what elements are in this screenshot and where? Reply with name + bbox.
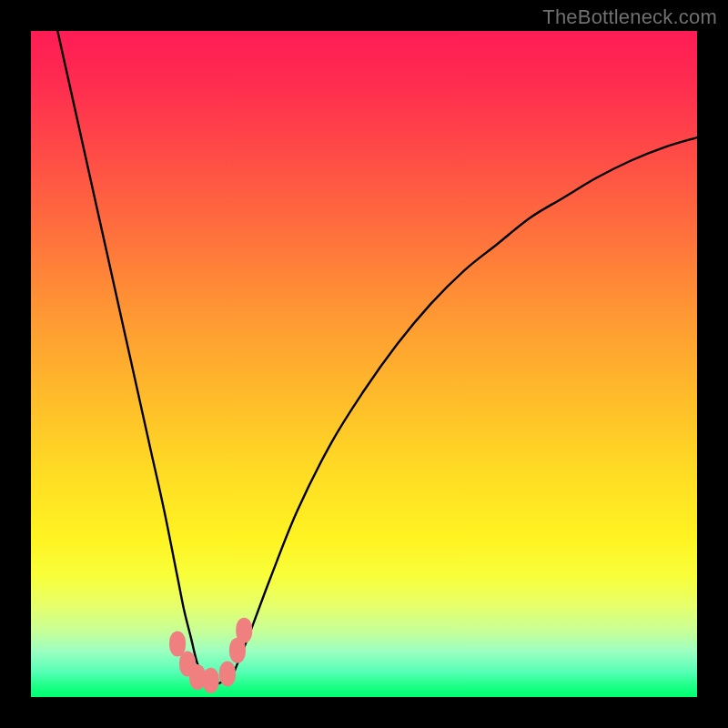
curve-marker [219,661,236,686]
watermark-text: TheBottleneck.com [542,5,717,29]
curve-marker [236,618,252,643]
curve-svg [31,31,697,697]
plot-area [31,31,697,697]
curve-marker [203,668,219,693]
curve-markers [169,618,252,693]
chart-frame: TheBottleneck.com [0,0,728,728]
bottleneck-curve [57,31,697,684]
